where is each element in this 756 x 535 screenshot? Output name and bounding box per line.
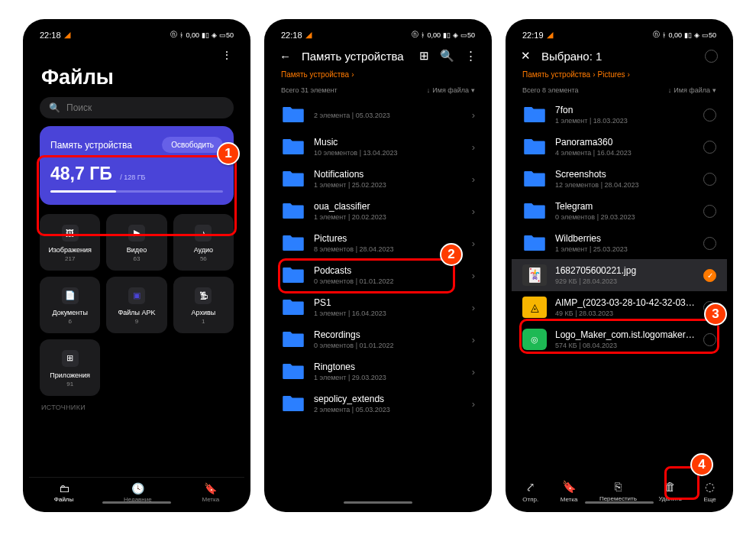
bt-icon: ᚼ xyxy=(421,31,425,39)
list-item[interactable]: ◬ AIMP_(2023-03-28-10-42-32-032).png 49 … xyxy=(512,291,727,323)
nav-label[interactable]: 🔖Метка xyxy=(202,482,219,503)
breadcrumb[interactable]: Память устройства› xyxy=(270,67,486,85)
cat-images[interactable]: 🖼Изображения217 xyxy=(40,214,100,271)
net-speed: 0,00 xyxy=(186,31,199,39)
sort-button[interactable]: ↓Имя файла ▾ xyxy=(427,86,475,94)
search-icon[interactable]: 🔍 xyxy=(440,49,454,63)
list-item[interactable]: PS1 1 элемент | 16.04.2023 › xyxy=(270,291,486,323)
list-item[interactable]: Telegram 0 элементов | 29.03.2023 xyxy=(512,195,727,227)
storage-card[interactable]: Память устройства Освободить 48,7 ГБ / 1… xyxy=(40,126,234,205)
file-name: Ringtones xyxy=(314,362,464,372)
nav-files[interactable]: 🗀Файлы xyxy=(54,482,73,503)
phone-3: 22:19◢ ⓝᚼ0,00▮▯◈▭50 ✕ Выбрано: 1 Память … xyxy=(506,19,733,512)
more-menu-icon[interactable]: ⋮ xyxy=(220,49,232,61)
action-more[interactable]: ◌Еще xyxy=(703,480,716,503)
file-info: Recordings 0 элементов | 01.01.2022 xyxy=(314,329,464,349)
storage-progress xyxy=(50,190,223,193)
back-icon[interactable]: ← xyxy=(279,50,291,63)
file-info: sepolicy_extends 2 элемента | 05.03.2023 xyxy=(314,394,464,413)
file-meta: 0 элементов | 01.01.2022 xyxy=(314,277,464,285)
list-item[interactable]: 2 элемента | 05.03.2023 › xyxy=(270,99,486,131)
checkbox-icon[interactable] xyxy=(703,141,716,154)
net-speed: 0,00 xyxy=(427,31,441,39)
file-name: Logo_Maker_com.ist.logomaker_Sat_Apr_08_… xyxy=(555,329,695,340)
search-placeholder: Поиск xyxy=(66,102,92,113)
cat-docs[interactable]: 📄Документы6 xyxy=(40,277,100,333)
list-item[interactable]: sepolicy_extends 2 элемента | 05.03.2023… xyxy=(270,387,486,420)
file-meta: 4 элемента | 16.04.2023 xyxy=(555,149,695,157)
checkbox-checked-icon[interactable]: ✓ xyxy=(703,269,716,282)
notif-icon: ◢ xyxy=(64,30,70,40)
search-input[interactable]: 🔍 Поиск xyxy=(40,97,234,118)
list-item[interactable]: Wildberries 1 элемент | 25.03.2023 xyxy=(512,227,727,259)
sort-button[interactable]: ↓Имя файла ▾ xyxy=(668,86,716,94)
checkbox-icon[interactable] xyxy=(703,205,716,218)
status-bar: 22:18◢ ⓝᚼ0,00▮▯◈▭50 xyxy=(29,25,244,43)
action-delete[interactable]: 🗑Удалить xyxy=(658,480,682,503)
chevron-right-icon: › xyxy=(472,366,475,378)
action-move[interactable]: ⎘Переместить xyxy=(599,480,637,503)
chevron-right-icon: › xyxy=(472,238,475,249)
move-icon: ⎘ xyxy=(615,480,622,493)
file-name: oua_classifier xyxy=(314,201,464,212)
file-meta: 1 элемент | 25.02.2023 xyxy=(314,181,464,189)
phone-1: 22:18◢ ⓝᚼ0,00▮▯◈▭50 ⋮ Файлы 🔍 Поиск 1 Па… xyxy=(23,19,250,512)
list-item[interactable]: oua_classifier 1 элемент | 20.02.2023 › xyxy=(270,195,486,227)
home-indicator[interactable] xyxy=(102,501,171,504)
cat-archives[interactable]: 🗜Архивы1 xyxy=(173,277,234,333)
free-space-button[interactable]: Освободить xyxy=(162,137,223,153)
file-meta: 49 КБ | 28.03.2023 xyxy=(555,310,695,317)
header: ✕ Выбрано: 1 xyxy=(512,43,727,67)
checkbox-icon[interactable] xyxy=(703,333,716,346)
file-info: Wildberries 1 элемент | 25.03.2023 xyxy=(555,233,695,253)
cat-apps[interactable]: ⊞Приложения91 xyxy=(40,339,100,396)
nav-recent[interactable]: 🕓Недавние xyxy=(124,482,152,503)
list-item[interactable]: Ringtones 1 элемент | 29.03.2023 › xyxy=(270,355,486,387)
file-meta: 0 элементов | 29.03.2023 xyxy=(555,213,695,221)
checkbox-icon[interactable] xyxy=(703,173,716,186)
list-item[interactable]: Notifications 1 элемент | 25.02.2023 › xyxy=(270,163,486,195)
home-indicator[interactable] xyxy=(344,501,412,504)
action-send[interactable]: ⤤Отпр. xyxy=(522,480,538,503)
bt-icon: ᚼ xyxy=(662,31,666,39)
close-icon[interactable]: ✕ xyxy=(521,49,531,63)
phone-2: 22:18◢ ⓝᚼ0,00▮▯◈▭50 ← Память устройства … xyxy=(264,19,492,512)
folder-icon xyxy=(281,200,305,222)
search-icon: 🔍 xyxy=(49,102,60,113)
cat-video[interactable]: ▶Видео63 xyxy=(106,214,166,271)
home-indicator[interactable] xyxy=(585,501,654,504)
file-meta: 1 элемент | 16.04.2023 xyxy=(314,310,464,317)
grid-view-icon[interactable]: ⊞ xyxy=(419,49,429,63)
folder-icon xyxy=(522,232,547,254)
breadcrumb[interactable]: Память устройства›Pictures› xyxy=(512,67,727,85)
item-count: Всего 8 элемента xyxy=(522,86,578,94)
storage-label: Память устройства xyxy=(50,140,132,151)
list-item[interactable]: ◎ Logo_Maker_com.ist.logomaker_Sat_Apr_0… xyxy=(512,323,727,355)
time: 22:18 xyxy=(281,31,302,40)
file-info: 7fon 1 элемент | 18.03.2023 xyxy=(555,105,695,125)
folder-icon xyxy=(281,136,305,157)
select-all-radio[interactable] xyxy=(705,50,718,63)
file-name: Telegram xyxy=(555,201,695,212)
file-name: Screenshots xyxy=(555,169,695,180)
action-label[interactable]: 🔖Метка xyxy=(561,480,578,503)
list-item[interactable]: 7fon 1 элемент | 18.03.2023 xyxy=(512,99,727,131)
checkbox-icon[interactable] xyxy=(703,109,716,122)
category-grid: 🖼Изображения217 ▶Видео63 ♪Аудио56 📄Докум… xyxy=(29,214,244,396)
checkbox-icon[interactable] xyxy=(703,237,716,250)
file-name: Pictures xyxy=(314,233,464,244)
nfc-icon: ⓝ xyxy=(653,30,660,40)
list-item[interactable]: Screenshots 12 элементов | 28.04.2023 xyxy=(512,163,727,195)
file-meta: 10 элементов | 13.04.2023 xyxy=(314,149,464,157)
cat-audio[interactable]: ♪Аудио56 xyxy=(173,214,234,271)
list-item[interactable]: Panorama360 4 элемента | 16.04.2023 xyxy=(512,131,727,163)
cat-apk[interactable]: ▣Файлы APK9 xyxy=(106,277,166,333)
file-meta: 12 элементов | 28.04.2023 xyxy=(555,181,695,189)
more-menu-icon[interactable]: ⋮ xyxy=(465,49,477,63)
list-item[interactable]: Recordings 0 элементов | 01.01.2022 › xyxy=(270,323,486,355)
list-item[interactable]: 🃏 1682705600221.jpg 929 КБ | 28.04.2023 … xyxy=(512,259,727,291)
chevron-right-icon: › xyxy=(472,334,475,345)
list-item[interactable]: Music 10 элементов | 13.04.2023 › xyxy=(270,131,486,163)
file-info: Panorama360 4 элемента | 16.04.2023 xyxy=(555,137,695,157)
screen-selection: 22:19◢ ⓝᚼ0,00▮▯◈▭50 ✕ Выбрано: 1 Память … xyxy=(512,25,727,506)
